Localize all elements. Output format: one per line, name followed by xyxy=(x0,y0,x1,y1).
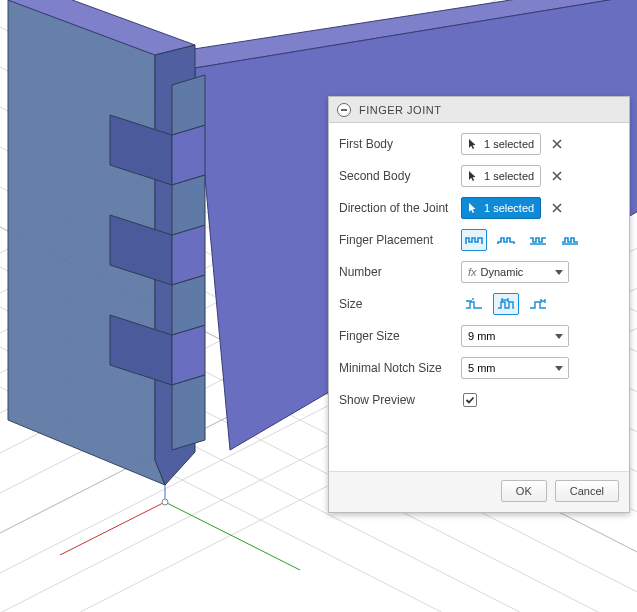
label-finger-size: Finger Size xyxy=(339,329,461,343)
cursor-icon xyxy=(466,201,480,215)
direction-selector[interactable]: 1 selected xyxy=(461,197,541,219)
ok-label: OK xyxy=(516,485,532,497)
min-notch-input[interactable] xyxy=(468,362,528,374)
label-first-body: First Body xyxy=(339,137,461,151)
svg-point-29 xyxy=(162,499,168,505)
caret-down-icon xyxy=(554,366,564,371)
cancel-button[interactable]: Cancel xyxy=(555,480,619,502)
label-second-body: Second Body xyxy=(339,169,461,183)
size-option-2[interactable] xyxy=(493,293,519,315)
finger-size-input[interactable] xyxy=(468,330,528,342)
svg-marker-43 xyxy=(172,275,205,335)
cursor-icon xyxy=(466,137,480,151)
size-option-3[interactable] xyxy=(525,293,551,315)
finger-size-field[interactable] xyxy=(461,325,569,347)
finger-joint-dialog: FINGER JOINT First Body 1 selected xyxy=(328,96,630,513)
label-placement: Finger Placement xyxy=(339,233,461,247)
first-body-value: 1 selected xyxy=(484,138,534,150)
caret-down-icon xyxy=(554,270,564,275)
ok-button[interactable]: OK xyxy=(501,480,547,502)
dialog-titlebar[interactable]: FINGER JOINT xyxy=(329,97,629,123)
size-option-1[interactable] xyxy=(461,293,487,315)
label-size: Size xyxy=(339,297,461,311)
label-preview: Show Preview xyxy=(339,393,461,407)
cancel-label: Cancel xyxy=(570,485,604,497)
label-direction: Direction of the Joint xyxy=(339,201,461,215)
fx-icon: fx xyxy=(468,266,477,278)
svg-rect-45 xyxy=(341,109,347,111)
second-body-value: 1 selected xyxy=(484,170,534,182)
placement-option-3[interactable] xyxy=(525,229,551,251)
placement-option-4[interactable] xyxy=(557,229,583,251)
direction-clear[interactable] xyxy=(547,198,567,218)
dialog-title: FINGER JOINT xyxy=(359,104,441,116)
min-notch-field[interactable] xyxy=(461,357,569,379)
caret-down-icon xyxy=(554,334,564,339)
placement-option-2[interactable] xyxy=(493,229,519,251)
label-min-notch: Minimal Notch Size xyxy=(339,361,461,375)
first-body-selector[interactable]: 1 selected xyxy=(461,133,541,155)
placement-option-1[interactable] xyxy=(461,229,487,251)
first-body-clear[interactable] xyxy=(547,134,567,154)
svg-marker-42 xyxy=(172,175,205,235)
second-body-selector[interactable]: 1 selected xyxy=(461,165,541,187)
svg-marker-44 xyxy=(172,375,205,450)
collapse-icon[interactable] xyxy=(337,103,351,117)
direction-value: 1 selected xyxy=(484,202,534,214)
number-value: Dynamic xyxy=(481,266,524,278)
preview-checkbox[interactable] xyxy=(463,393,477,407)
cursor-icon xyxy=(466,169,480,183)
svg-marker-41 xyxy=(172,75,205,135)
number-select[interactable]: fx Dynamic xyxy=(461,261,569,283)
label-number: Number xyxy=(339,265,461,279)
second-body-clear[interactable] xyxy=(547,166,567,186)
